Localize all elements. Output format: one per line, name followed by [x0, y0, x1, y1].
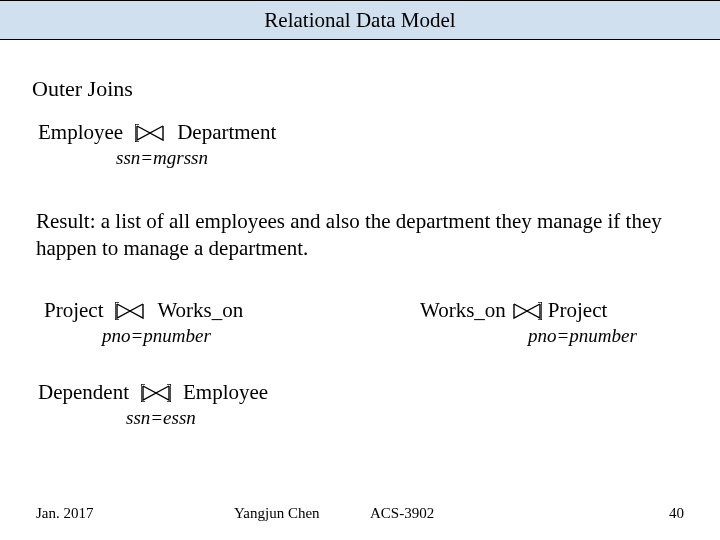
join-expression-4: Dependent Employee ssn=essn: [38, 380, 268, 429]
join-line: Dependent Employee: [38, 380, 268, 405]
relation-right: Employee: [183, 380, 268, 405]
join-expression-2: Project Works_on pno=pnumber: [44, 298, 243, 347]
slide-header: Relational Data Model: [0, 0, 720, 40]
join-line: Project Works_on: [44, 298, 243, 323]
left-outer-join-icon: [115, 302, 145, 320]
footer-author: Yangjun Chen: [234, 505, 320, 522]
right-outer-join-icon: [512, 302, 542, 320]
relation-right: Project: [548, 298, 607, 323]
join-line: Works_on Project: [420, 298, 607, 323]
footer-page-number: 40: [669, 505, 684, 522]
left-outer-join-icon: [135, 124, 165, 142]
relation-left: Dependent: [38, 380, 129, 405]
full-outer-join-icon: [141, 384, 171, 402]
relation-left: Works_on: [420, 298, 506, 323]
footer-date: Jan. 2017: [36, 505, 94, 522]
relation-left: Employee: [38, 120, 123, 145]
footer-course: ACS-3902: [370, 505, 434, 522]
section-heading: Outer Joins: [32, 76, 133, 102]
relation-right: Works_on: [157, 298, 243, 323]
join-line: Employee Department: [38, 120, 276, 145]
join-condition: pno=pnumber: [102, 325, 211, 347]
relation-right: Department: [177, 120, 276, 145]
result-description: Result: a list of all employees and also…: [36, 208, 690, 263]
join-condition: ssn=essn: [126, 407, 196, 429]
slide-title: Relational Data Model: [264, 8, 455, 33]
join-condition: pno=pnumber: [528, 325, 637, 347]
relation-left: Project: [44, 298, 103, 323]
join-expression-1: Employee Department ssn=mgrssn: [38, 120, 276, 169]
join-expression-3: Works_on Project pno=pnumber: [420, 298, 637, 347]
join-condition: ssn=mgrssn: [116, 147, 208, 169]
